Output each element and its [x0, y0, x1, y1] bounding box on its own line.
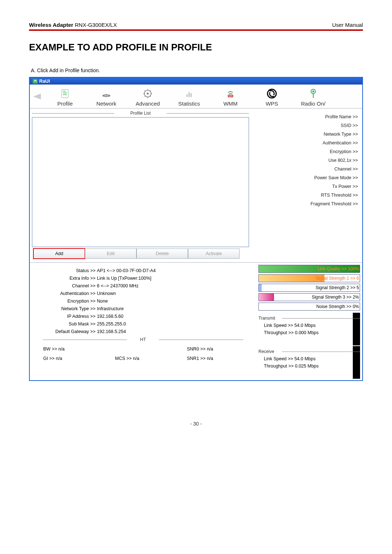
profile-list-panel: Profile List Add Edit Delete Activate [30, 108, 251, 262]
detail-profile-name: Profile Name >> [253, 114, 358, 119]
tab-wmm-label: WMM [223, 100, 237, 107]
tab-network-label: Network [96, 100, 116, 107]
receive-throughput: Throughput >> 0.025 Mbps [258, 364, 360, 369]
detail-network-type: Network Type >> [253, 132, 358, 137]
delete-button[interactable]: Delete [136, 249, 188, 259]
auth-label: Authentication >> [32, 291, 97, 296]
detail-encryption: Encryption >> [253, 149, 358, 154]
svg-rect-18 [187, 94, 188, 97]
svg-rect-3 [63, 93, 67, 93]
svg-rect-0 [33, 79, 38, 84]
gateway-label: Default Gateway >> [32, 329, 97, 334]
doc-header-right: User Manual [332, 22, 363, 28]
transmit-sep: Transmit [258, 316, 360, 321]
ht-separator: HT [43, 337, 243, 342]
svg-rect-7 [105, 95, 108, 95]
svg-rect-1 [62, 90, 69, 98]
profile-icon [60, 88, 70, 99]
svg-rect-4 [63, 94, 67, 95]
detail-rts: RTS Threshold >> [253, 193, 358, 198]
back-button[interactable] [30, 85, 44, 108]
profile-list-box[interactable] [32, 117, 249, 247]
section-title: EXAMPLE TO ADD PROFILE IN PROFILE [29, 42, 363, 53]
extra-info-label: Extra Info >> [32, 276, 97, 281]
wmm-icon: QoS [225, 88, 236, 99]
transmit-link-speed: Link Speed >> 54.0 Mbps [258, 323, 360, 328]
status-left-panel: Status >>AP1 <--> 00-03-7F-00-D7-A4 Extr… [30, 263, 256, 380]
status-label: Status >> [32, 268, 97, 273]
signal-strength-3-bar: Signal Strength 3 >> 2% [258, 293, 360, 301]
wps-icon [266, 88, 278, 99]
tab-radio[interactable]: Radio On/ [293, 85, 334, 108]
tab-wps[interactable]: WPS [251, 85, 293, 108]
detail-tx-power: Tx Power >> [253, 184, 358, 189]
ht-snr1: SNR1 >> n/a [178, 356, 250, 361]
extra-info-value: Link is Up [TxPower:100%] [97, 276, 254, 281]
subnet-value: 255.255.255.0 [97, 321, 254, 327]
advanced-icon [142, 88, 153, 99]
window-title: RaUI [39, 78, 50, 84]
tab-statistics[interactable]: Statistics [168, 85, 210, 108]
doc-header-model: RNX-G300EX/LX [73, 22, 117, 28]
network-icon [101, 88, 112, 99]
svg-rect-20 [191, 93, 192, 97]
svg-rect-19 [188, 92, 190, 97]
tab-wps-label: WPS [266, 100, 278, 107]
receive-sep: Receive [258, 349, 360, 354]
activate-button[interactable]: Activate [188, 249, 240, 259]
detail-power-save: Power Save Mode >> [253, 175, 358, 180]
receive-link-speed: Link Speed >> 54.0 Mbps [258, 356, 360, 361]
encryption-value: None [97, 299, 254, 304]
tab-radio-label: Radio On/ [301, 100, 326, 107]
signal-strength-2-bar: Signal Strength 2 >> 5 [258, 284, 360, 292]
detail-fragment: Fragment Threshold >> [253, 201, 358, 206]
detail-use-8021x: Use 802.1x >> [253, 158, 358, 163]
back-arrow-icon [31, 91, 43, 102]
tab-profile[interactable]: Profile [44, 85, 86, 108]
svg-rect-6 [104, 94, 108, 97]
raui-window: RaUI Profile Network Advanced Statistics [29, 77, 363, 381]
svg-point-25 [313, 91, 314, 93]
ht-snr0: SNR0 >> n/a [178, 346, 250, 352]
signal-strength-1-bar: Signal Strength 1 >> 6 [258, 274, 360, 282]
radio-on-icon [307, 88, 319, 99]
svg-text:QoS: QoS [228, 95, 232, 97]
header-divider [29, 29, 363, 31]
status-right-panel: Link Quality >> 100% Signal Strength 1 >… [256, 263, 362, 380]
profile-list-title: Profile List [32, 111, 249, 116]
instruction-a: A. Click Add in Profile function. [29, 67, 363, 73]
titlebar: RaUI [30, 78, 362, 85]
gateway-value: 192.168.5.254 [97, 329, 254, 334]
doc-header-product: Wireless Adapter [29, 22, 73, 28]
profile-details-panel: Profile Name >> SSID >> Network Type >> … [251, 108, 362, 262]
detail-channel: Channel >> [253, 167, 358, 172]
add-button[interactable]: Add [33, 249, 85, 259]
detail-authentication: Authentication >> [253, 140, 358, 145]
tab-advanced[interactable]: Advanced [127, 85, 168, 108]
edit-button[interactable]: Edit [85, 249, 136, 259]
subnet-label: Sub Mask >> [32, 321, 97, 327]
page-number: - 30 - [29, 421, 363, 427]
channel-label: Channel >> [32, 283, 97, 288]
status-value: AP1 <--> 00-03-7F-00-D7-A4 [97, 268, 254, 273]
tab-wmm[interactable]: QoS WMM [210, 85, 251, 108]
ip-label: IP Address >> [32, 314, 97, 319]
ht-mcs: MCS >> n/a [106, 356, 178, 361]
ip-value: 192.168.5.60 [97, 314, 254, 319]
network-type-label: Network Type >> [32, 306, 97, 311]
svg-point-9 [147, 93, 149, 95]
detail-ssid: SSID >> [253, 123, 358, 128]
tab-advanced-label: Advanced [136, 100, 160, 107]
tab-profile-label: Profile [57, 100, 73, 107]
auth-value: Unknown [97, 291, 254, 296]
tab-statistics-label: Statistics [178, 100, 200, 107]
ht-gi: GI >> n/a [34, 356, 106, 361]
statistics-icon [184, 88, 195, 99]
tab-network[interactable]: Network [86, 85, 127, 108]
transmit-throughput: Throughput >> 0.000 Mbps [258, 330, 360, 335]
document-header: Wireless Adapter RNX-G300EX/LX User Manu… [29, 22, 363, 29]
ht-bw: BW >> n/a [34, 346, 106, 352]
svg-rect-2 [63, 91, 66, 92]
link-quality-bar: Link Quality >> 100% [258, 265, 360, 273]
toolbar: Profile Network Advanced Statistics QoS … [30, 85, 362, 108]
